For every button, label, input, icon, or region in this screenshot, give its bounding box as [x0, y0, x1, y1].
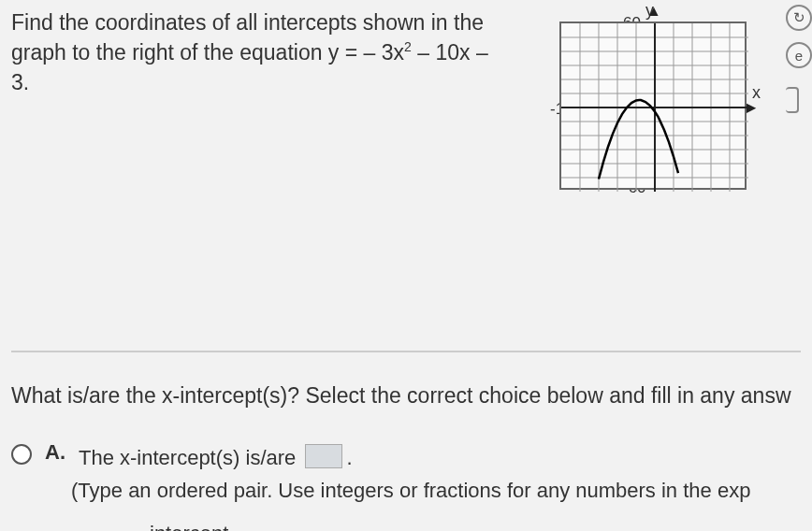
parabola-curve [599, 100, 678, 179]
side-toolbar: ↻ e [786, 5, 812, 113]
question-exponent: 2 [404, 40, 412, 55]
question-line2-pre: graph to the right of the equation y = –… [11, 40, 404, 65]
partial-tool-icon[interactable] [786, 87, 799, 113]
section-divider [11, 351, 801, 352]
y-axis-arrow-icon: ▲ [646, 3, 661, 20]
question-line1: Find the coordinates of all intercepts s… [11, 10, 484, 35]
choice-text-post: . [346, 446, 352, 469]
question-text: Find the coordinates of all intercepts s… [11, 7, 498, 98]
tool-icon[interactable]: e [786, 42, 812, 68]
graph-container: y x 60 -60 -10 10 ▲ ▶ [543, 5, 762, 210]
cutoff-text: intercent [150, 522, 228, 531]
choice-label-a: A. [45, 440, 65, 465]
cutoff-area: intercent [0, 503, 812, 531]
axes [561, 23, 748, 192]
answer-prompt: What is/are the x-intercept(s)? Select t… [11, 371, 801, 423]
choice-text: The x-intercept(s) is/are . [79, 440, 353, 473]
choice-text-pre: The x-intercept(s) is/are [79, 446, 301, 469]
answer-input[interactable] [305, 444, 342, 468]
choice-hint: (Type an ordered pair. Use integers or f… [71, 479, 801, 503]
radio-a[interactable] [11, 444, 32, 465]
graph-plot [559, 22, 747, 190]
refresh-icon[interactable]: ↻ [786, 5, 812, 31]
answer-choice-a[interactable]: A. The x-intercept(s) is/are . [11, 440, 801, 473]
